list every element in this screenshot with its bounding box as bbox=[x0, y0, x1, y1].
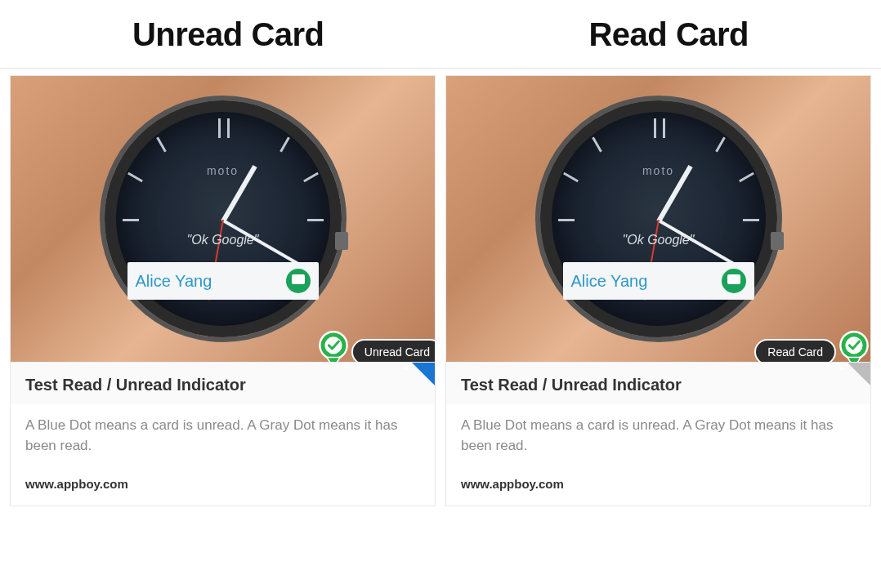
card-title: Test Read / Unread Indicator bbox=[25, 376, 420, 394]
card-footer-link[interactable]: www.appboy.com bbox=[11, 469, 435, 506]
unread-dot bbox=[405, 367, 408, 370]
cards-row: moto "Ok Google" Alice Yang bbox=[0, 69, 881, 506]
watch-face: moto "Ok Google" Alice Yang bbox=[105, 100, 342, 337]
card-description: A Blue Dot means a card is unread. A Gra… bbox=[446, 404, 870, 469]
card-footer-link[interactable]: www.appboy.com bbox=[446, 469, 870, 506]
read-dot bbox=[840, 367, 843, 370]
card-image: moto "Ok Google" Alice Yang bbox=[446, 76, 870, 362]
svg-point-2 bbox=[324, 336, 342, 354]
badge-wrap-unread: Unread Card bbox=[312, 331, 435, 362]
badge-label-unread: Unread Card bbox=[351, 339, 435, 362]
header-unread: Unread Card bbox=[132, 16, 324, 53]
check-badge-icon bbox=[312, 331, 355, 362]
hangouts-icon bbox=[722, 269, 746, 293]
watch-brand: moto bbox=[642, 164, 674, 177]
card-read: moto "Ok Google" Alice Yang bbox=[445, 75, 871, 506]
unread-indicator-corner bbox=[412, 363, 435, 385]
check-badge-icon bbox=[833, 331, 870, 362]
voice-prompt: "Ok Google" bbox=[187, 233, 259, 247]
watch-face: moto "Ok Google" Alice Yang bbox=[540, 100, 777, 337]
badge-label-read: Read Card bbox=[754, 339, 836, 362]
notification-strip: Alice Yang bbox=[563, 262, 754, 300]
watch-crown bbox=[771, 232, 784, 250]
notification-strip: Alice Yang bbox=[127, 262, 319, 300]
watch-brand: moto bbox=[207, 164, 239, 177]
header-read: Read Card bbox=[588, 16, 749, 53]
read-indicator-corner bbox=[847, 363, 870, 385]
voice-prompt: "Ok Google" bbox=[623, 233, 695, 247]
notification-name: Alice Yang bbox=[136, 272, 212, 291]
hangouts-icon bbox=[286, 269, 311, 293]
card-header: Test Read / Unread Indicator bbox=[446, 362, 870, 404]
header-row: Unread Card Read Card bbox=[0, 0, 881, 69]
card-unread: moto "Ok Google" Alice Yang bbox=[10, 75, 436, 506]
badge-wrap-read: Read Card bbox=[758, 331, 870, 362]
card-description: A Blue Dot means a card is unread. A Gra… bbox=[11, 404, 435, 469]
card-header: Test Read / Unread Indicator bbox=[11, 362, 435, 404]
notification-name: Alice Yang bbox=[571, 272, 648, 291]
watch-crown bbox=[335, 232, 348, 250]
card-image: moto "Ok Google" Alice Yang bbox=[11, 76, 435, 362]
svg-point-5 bbox=[845, 336, 862, 354]
card-title: Test Read / Unread Indicator bbox=[461, 376, 856, 394]
